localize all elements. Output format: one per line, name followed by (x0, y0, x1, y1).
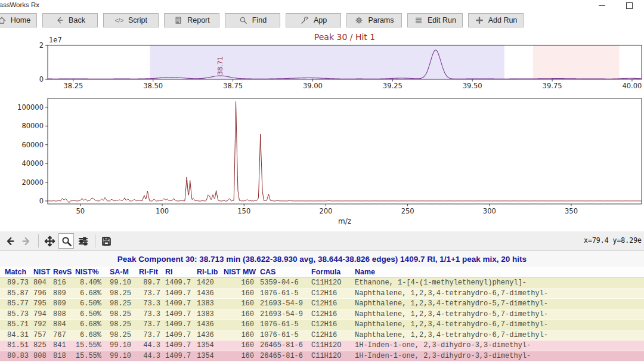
table-row[interactable]: 85.717928046.68%98.2573.71409.7143616010… (0, 320, 644, 330)
table-cell: 1436 (197, 320, 224, 329)
column-header-sa-m[interactable]: SA-M (110, 268, 139, 276)
toolbar-button-label: Params (368, 16, 394, 24)
table-cell: 1354 (197, 352, 224, 360)
table-cell: 809 (53, 299, 75, 308)
table-cell: 1436 (197, 289, 224, 298)
results-header-row: MatchNISTRevSNIST%SA-MRI-FitRIRI-LibNIST… (0, 267, 644, 278)
zoom-magnifier-icon (61, 236, 72, 247)
table-row[interactable]: 89.738048168.40%99.1089.71409.7142016053… (0, 278, 644, 289)
toolbar-button-home[interactable]: Home (0, 13, 37, 27)
toolbar-button-script[interactable]: </>Script (103, 13, 159, 27)
table-cell: 1409.7 (165, 331, 197, 339)
column-header-revs[interactable]: RevS (53, 268, 75, 276)
table-cell: 85.73 (5, 310, 33, 318)
toolbar-button-back[interactable]: Back (42, 13, 98, 27)
table-cell: 825 (33, 341, 53, 349)
table-cell: 6.50% (75, 310, 110, 318)
svg-text:200: 200 (319, 207, 332, 215)
plots-canvas[interactable]: 38.2538.5038.7539.0039.2539.5039.7540.00… (0, 30, 644, 231)
svg-text:50: 50 (76, 207, 85, 215)
peak-component-summary: Peak Component 30: 38.713 min (38.622-38… (0, 251, 644, 267)
forward-arrow-icon (21, 236, 32, 247)
table-cell: C12H16 (311, 320, 355, 329)
table-cell: 15.55% (75, 341, 110, 349)
toolbar-button-report[interactable]: Report (164, 13, 219, 27)
table-cell: 160 (224, 320, 260, 329)
table-cell: 808 (33, 352, 53, 360)
table-cell: 98.25 (110, 331, 139, 339)
column-header-formula[interactable]: Formula (311, 268, 355, 276)
app-title: MassWorks Rx (0, 1, 39, 8)
main-toolbar: HomeBack</>ScriptReportFindAppParamsEdit… (0, 11, 644, 30)
table-cell: 89.73 (5, 279, 33, 287)
table-cell: C12H16 (311, 310, 355, 318)
column-header-cas[interactable]: CAS (260, 268, 311, 276)
mpl-pan-button[interactable] (42, 233, 57, 249)
mpl-forward-button[interactable] (18, 233, 34, 249)
toolbar-button-add-run[interactable]: Add Run (468, 13, 524, 27)
plus-icon (475, 16, 484, 25)
svg-text:</>: </> (115, 17, 124, 24)
mpl-configure-button[interactable] (75, 233, 91, 249)
table-cell: 85.87 (5, 289, 33, 298)
toolbar-button-find[interactable]: Find (225, 13, 280, 27)
peak-rt-annotation: 38.71 (216, 57, 224, 76)
svg-text:150: 150 (237, 207, 250, 215)
column-header-ri-fit[interactable]: RI-Fit (139, 268, 165, 276)
table-cell: 804 (53, 320, 75, 329)
table-cell: 99.10 (110, 279, 139, 287)
toolbar-button-app[interactable]: App (286, 13, 341, 27)
table-cell: 8.40% (75, 279, 110, 287)
column-header-nist-[interactable]: NIST% (75, 268, 110, 276)
table-row[interactable]: 85.877968096.68%98.2573.71409.7143616010… (0, 289, 644, 299)
toolbar-button-params[interactable]: Params (346, 13, 402, 27)
table-cell: 26465-81-6 (260, 341, 311, 349)
minimize-button[interactable] (593, 0, 611, 11)
maximize-button[interactable] (620, 0, 638, 11)
toolbar-button-label: Report (187, 16, 210, 24)
window-titlebar[interactable]: MassWorks Rx (0, 0, 644, 11)
svg-text:38.25: 38.25 (63, 82, 83, 90)
column-header-nist-mw[interactable]: NIST MW (224, 268, 260, 276)
table-cell: 98.25 (110, 299, 139, 308)
table-row[interactable]: 84.317577676.68%98.2573.71409.7143616010… (0, 330, 644, 341)
table-row[interactable]: 85.777958096.50%98.2573.31409.7138316021… (0, 299, 644, 310)
table-cell: 1076-61-5 (260, 331, 311, 339)
table-row[interactable]: 85.737948086.50%98.2573.31409.7138316021… (0, 310, 644, 320)
column-header-name[interactable]: Name (355, 268, 644, 276)
table-row[interactable]: 81.5182584115.55%99.1044.31409.713541602… (0, 341, 644, 351)
table-cell: 1076-61-5 (260, 320, 311, 329)
toolbar-button-label: Back (69, 16, 85, 24)
table-cell: 73.7 (139, 289, 165, 298)
table-cell: 841 (53, 341, 75, 349)
column-header-match[interactable]: Match (5, 268, 33, 276)
toolbar-button-label: Add Run (488, 16, 518, 24)
table-cell: 1076-61-5 (260, 289, 311, 298)
chromatogram-title: Peak 30 / Hit 1 (314, 32, 375, 42)
svg-text:39.50: 39.50 (463, 82, 482, 90)
svg-text:1e7: 1e7 (49, 36, 62, 44)
column-header-ri-lib[interactable]: RI-Lib (197, 268, 224, 276)
table-cell: 1H-Inden-1-one, 2,3-dihydro-3,3-dimethyl… (355, 352, 644, 360)
mpl-zoom-button[interactable] (58, 233, 74, 249)
table-cell: 6.68% (75, 289, 110, 298)
table-cell: 84.31 (5, 331, 33, 339)
table-cell: 6.68% (75, 331, 110, 339)
svg-text:40.00: 40.00 (622, 82, 642, 90)
toolbar-button-label: App (314, 16, 327, 24)
svg-text:20000: 20000 (21, 178, 44, 187)
table-row[interactable]: 80.8380881815.55%99.1044.31409.713541602… (0, 351, 644, 362)
mpl-save-button[interactable] (98, 233, 114, 249)
table-cell: 21693-54-9 (260, 299, 311, 308)
table-cell: 99.10 (110, 352, 139, 360)
svg-text:39.75: 39.75 (543, 82, 562, 90)
gear-icon (354, 16, 364, 25)
svg-text:350: 350 (565, 207, 578, 215)
column-header-ri[interactable]: RI (165, 268, 197, 276)
table-cell: 73.7 (139, 320, 165, 329)
toolbar-button-edit-run[interactable]: Edit Run (407, 13, 463, 27)
table-cell: 1409.7 (165, 352, 197, 360)
column-header-nist[interactable]: NIST (33, 268, 53, 276)
table-cell: 809 (53, 289, 75, 298)
mpl-back-button[interactable] (2, 233, 17, 249)
